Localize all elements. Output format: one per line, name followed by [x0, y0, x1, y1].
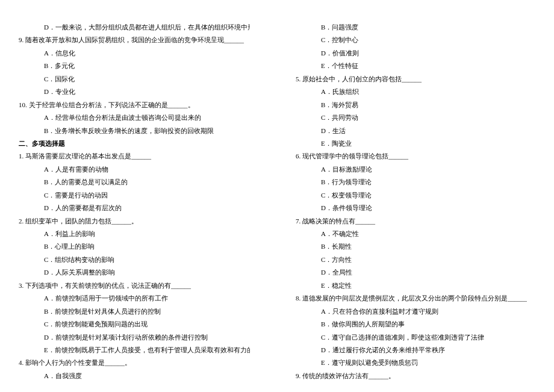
mq3-option-a: A．前馈控制适用于一切领域中的所有工作 [27, 292, 250, 305]
mq7-option-e: E．稳定性 [304, 279, 527, 292]
section-2-heading: 二、多项选择题 [19, 137, 250, 150]
mq4-option-d: D．价值准则 [304, 47, 527, 60]
mq4-option-e: E．个性特征 [304, 60, 527, 72]
multi-question-7: 7. 战略决策的特点有______ [296, 215, 527, 228]
mq7-option-c: C．方向性 [304, 254, 527, 266]
mq6-option-c: C．权变领导理论 [304, 189, 527, 202]
mq8-option-a: A．只在符合你的直接利益时才遵守规则 [304, 305, 527, 318]
left-column: D．一般来说，大部分组织成员都在进人组织后，在具体的组织环境中形成相对稳定的价值… [0, 21, 277, 371]
question-10: 10. 关于经营单位组合分析法，下列说法不正确的是______。 [19, 99, 250, 111]
multi-question-2: 2. 组织变革中，团队的阻力包括______。 [19, 215, 250, 228]
mq6-option-d: D．条件领导理论 [304, 202, 527, 214]
mq1-option-d: D．人的需要都是有层次的 [27, 202, 250, 214]
mq5-option-b: B．海外贸易 [304, 99, 527, 111]
q8-option-d: D．一般来说，大部分组织成员都在进人组织后，在具体的组织环境中形成相对稳定的价值… [27, 21, 250, 34]
mq4-option-a: A．自我强度 [27, 370, 250, 382]
mq5-option-c: C．共同劳动 [304, 111, 527, 124]
mq4-option-b: B．问题强度 [304, 21, 527, 34]
mq5-option-a: A．氏族组织 [304, 86, 527, 98]
mq2-option-d: D．人际关系调整的影响 [27, 266, 250, 279]
mq8-option-e: E．遵守规则以避免受到物质惩罚 [304, 356, 527, 369]
mq6-option-a: A．目标激励理论 [304, 163, 527, 176]
mq2-option-a: A．利益上的影响 [27, 228, 250, 240]
mq8-option-d: D．通过履行你允诺的义务来维持平常秩序 [304, 344, 527, 356]
mq8-option-c: C．遵守自己选择的道德准则，即使这些准则违背了法律 [304, 331, 527, 344]
mq2-option-c: C．组织结构变动的影响 [27, 254, 250, 266]
q9-option-b: B．多元化 [27, 60, 250, 72]
q9-option-a: A．信息化 [27, 47, 250, 60]
multi-question-1: 1. 马斯洛需要层次理论的基本出发点是______ [19, 150, 250, 163]
mq1-option-b: B．人的需要总是可以满足的 [27, 176, 250, 188]
mq5-option-e: E．陶瓷业 [304, 137, 527, 150]
question-9: 9. 随着改革开放和加人国际贸易组织，我国的企业面临的竞争环境呈现______ [19, 34, 250, 46]
mq4-option-c: C．控制中心 [304, 34, 527, 46]
mq6-option-b: B．行为领导理论 [304, 176, 527, 188]
mq1-option-c: C．需要是行动的动因 [27, 189, 250, 202]
multi-question-9: 9. 传统的绩效评估方法有______。 [296, 370, 527, 382]
right-column: B．问题强度 C．控制中心 D．价值准则 E．个性特征 5. 原始社会中，人们创… [277, 21, 554, 371]
multi-question-8: 8. 道德发展的中间层次是惯例层次，此层次又分出的两个阶段特点分别是______… [296, 292, 527, 305]
mq2-option-b: B．心理上的影响 [27, 240, 250, 253]
multi-question-3: 3. 下列选项中，有关前馈控制的优点，说法正确的有______ [19, 279, 250, 292]
multi-question-4: 4. 影响个人行为的个性变量是______。 [19, 356, 250, 369]
mq7-option-b: B．长期性 [304, 240, 527, 253]
mq1-option-a: A．人是有需要的动物 [27, 163, 250, 176]
mq7-option-d: D．全局性 [304, 266, 527, 279]
mq7-option-a: A．不确定性 [304, 228, 527, 240]
multi-question-6: 6. 现代管理学中的领导理论包括______ [296, 150, 527, 163]
mq8-option-b: B．做你周围的人所期望的事 [304, 318, 527, 331]
mq3-option-b: B．前馈控制是针对具体人员进行的控制 [27, 305, 250, 318]
q10-option-a: A．经营单位组合分析法是由波士顿咨询公司提出来的 [27, 111, 250, 124]
multi-question-5: 5. 原始社会中，人们创立的内容包括______ [296, 73, 527, 86]
mq3-option-d: D．前馈控制是针对某项计划行动所依赖的条件进行控制 [27, 331, 250, 344]
q10-option-b: B．业务增长率反映业务增长的速度，影响投资的回收期限 [27, 125, 250, 137]
q9-option-d: D．专业化 [27, 86, 250, 98]
q9-option-c: C．国际化 [27, 73, 250, 86]
mq3-option-c: C．前馈控制能避免预期问题的出现 [27, 318, 250, 331]
mq3-option-e: E．前馈控制既易于工作人员接受，也有利于管理人员采取有效和有力的措施改善工作 [27, 344, 250, 356]
mq5-option-d: D．生活 [304, 125, 527, 137]
